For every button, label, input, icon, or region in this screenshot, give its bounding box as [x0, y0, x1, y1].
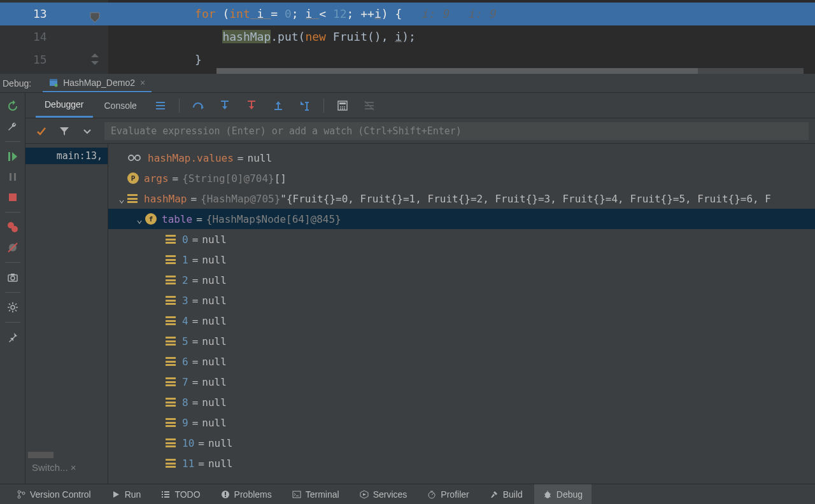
hammer-icon [490, 490, 499, 499]
horizontal-scrollbar[interactable] [216, 68, 804, 74]
array-entry-row[interactable]: 8 = null [108, 392, 815, 412]
svg-rect-20 [156, 105, 165, 106]
stack-frame[interactable]: main:13, [25, 148, 108, 164]
stop-icon[interactable] [7, 192, 18, 203]
inline-hint: i: 9 [421, 7, 448, 20]
editor-lines[interactable]: for (int i = 0; i < 12; ++i) {i: 9i: 9 h… [108, 0, 815, 74]
step-into-icon[interactable] [219, 100, 230, 111]
variable-row[interactable]: ⌄ hashMap = {HashMap@705} "{Fruit{}=0, F… [108, 188, 815, 209]
close-icon[interactable]: × [71, 462, 76, 473]
array-entry-row[interactable]: 1 = null [108, 249, 815, 270]
tool-profiler[interactable]: Profiler [418, 484, 478, 504]
array-entry-row[interactable]: 4 = null [108, 311, 815, 331]
svg-rect-17 [11, 274, 15, 276]
param-icon: P [127, 172, 139, 184]
watch-row[interactable]: hashMap.values = null [108, 148, 815, 168]
array-entry-row[interactable]: 9 = null [108, 412, 815, 433]
wrench-icon[interactable] [7, 121, 18, 132]
debug-toolwindow-header: Debug: HashMap_Demo2 × [0, 74, 815, 93]
trace-icon[interactable] [364, 100, 375, 111]
chevron-down-icon[interactable]: ⌄ [116, 193, 127, 205]
step-over-icon[interactable] [192, 100, 204, 111]
object-icon [127, 194, 138, 203]
filter-icon[interactable] [59, 125, 70, 137]
code-line[interactable]: hashMap.put(new Fruit(), i); [108, 25, 815, 48]
svg-marker-48 [60, 127, 69, 136]
tool-terminal[interactable]: Terminal [283, 484, 348, 504]
watch-icon [127, 152, 141, 164]
close-icon[interactable]: × [140, 78, 145, 88]
svg-point-53 [22, 492, 25, 494]
svg-rect-56 [164, 491, 169, 493]
separator [179, 99, 180, 113]
svg-point-18 [11, 305, 15, 309]
array-item-icon [166, 296, 176, 305]
tool-run[interactable]: Run [103, 484, 150, 504]
tab-debugger[interactable]: Debugger [36, 93, 93, 118]
array-item-icon [166, 438, 176, 447]
array-entry-row[interactable]: 6 = null [108, 351, 815, 372]
force-step-into-icon[interactable] [246, 100, 257, 111]
settings-icon[interactable] [7, 302, 18, 313]
debug-label: Debug: [3, 78, 31, 88]
array-item-icon [166, 459, 176, 468]
step-out-icon[interactable] [273, 100, 284, 111]
tab-console[interactable]: Console [96, 93, 146, 118]
tool-version-control[interactable]: Version Control [8, 484, 100, 504]
separator [5, 212, 20, 213]
view-breakpoints-icon[interactable] [7, 221, 18, 233]
array-entry-row[interactable]: 2 = null [108, 270, 815, 290]
svg-point-41 [340, 108, 341, 109]
svg-marker-2 [91, 61, 99, 65]
branch-icon [17, 490, 25, 499]
array-item-icon [166, 418, 176, 427]
array-entry-row[interactable]: 3 = null [108, 290, 815, 311]
array-item-icon [166, 255, 176, 264]
camera-icon[interactable] [7, 272, 18, 283]
svg-point-51 [18, 491, 20, 493]
run-to-cursor-icon[interactable] [299, 100, 311, 111]
scrollbar-thumb[interactable] [216, 68, 698, 74]
tool-build[interactable]: Build [481, 484, 532, 504]
tool-services[interactable]: Services [351, 484, 416, 504]
svg-line-69 [432, 493, 434, 495]
separator [5, 262, 20, 263]
array-item-icon [166, 398, 176, 407]
code-line[interactable]: for (int i = 0; i < 12; ++i) {i: 9i: 9 [108, 3, 815, 25]
rerun-icon[interactable] [7, 101, 18, 112]
pin-icon[interactable] [7, 332, 18, 343]
frames-panel[interactable]: main:13, [25, 144, 108, 484]
variables-panel[interactable]: hashMap.values = null P args = {String[0… [108, 144, 815, 484]
drag-handle-icon[interactable] [28, 452, 53, 458]
tool-debug[interactable]: Debug [534, 484, 592, 504]
run-config-tab[interactable]: HashMap_Demo2 × [43, 74, 152, 92]
code-editor[interactable]: 13 14 15 for (int i = 0; i < 12; ++i) {i… [0, 0, 815, 74]
svg-point-71 [545, 492, 550, 498]
array-entry-row[interactable]: 10 = null [108, 433, 815, 453]
resume-icon[interactable] [7, 151, 18, 162]
chevron-down-icon[interactable] [82, 125, 93, 137]
svg-point-43 [344, 108, 345, 109]
threads-icon[interactable] [155, 100, 166, 111]
check-icon[interactable] [36, 125, 47, 137]
array-entry-row[interactable]: 7 = null [108, 372, 815, 392]
switch-layout[interactable]: Switch... × [25, 449, 104, 481]
tool-problems[interactable]: Problems [212, 484, 281, 504]
evaluate-icon[interactable] [337, 100, 348, 111]
bug-icon [543, 490, 552, 499]
run-config-name: HashMap_Demo2 [63, 78, 135, 88]
fold-marker-icon[interactable] [89, 50, 101, 61]
bottom-tool-bar: Version Control Run TODO Problems Termin… [0, 484, 815, 504]
evaluate-expression-input[interactable]: Evaluate expression (Enter) or add a wat… [104, 122, 809, 140]
array-entry-row[interactable]: 11 = null [108, 453, 815, 473]
tool-todo[interactable]: TODO [152, 484, 209, 504]
array-entry-row[interactable]: 0 = null [108, 229, 815, 249]
variable-row[interactable]: ⌄ f table = {HashMap$Node[64]@845} [108, 209, 815, 229]
variable-row[interactable]: P args = {String[0]@704} [] [108, 168, 815, 188]
mute-breakpoints-icon[interactable] [7, 242, 18, 253]
svg-marker-1 [91, 53, 99, 57]
chevron-down-icon[interactable]: ⌄ [134, 213, 145, 225]
array-entry-row[interactable]: 5 = null [108, 331, 815, 351]
pause-icon[interactable] [7, 171, 18, 183]
line-number: 15 [0, 48, 108, 71]
